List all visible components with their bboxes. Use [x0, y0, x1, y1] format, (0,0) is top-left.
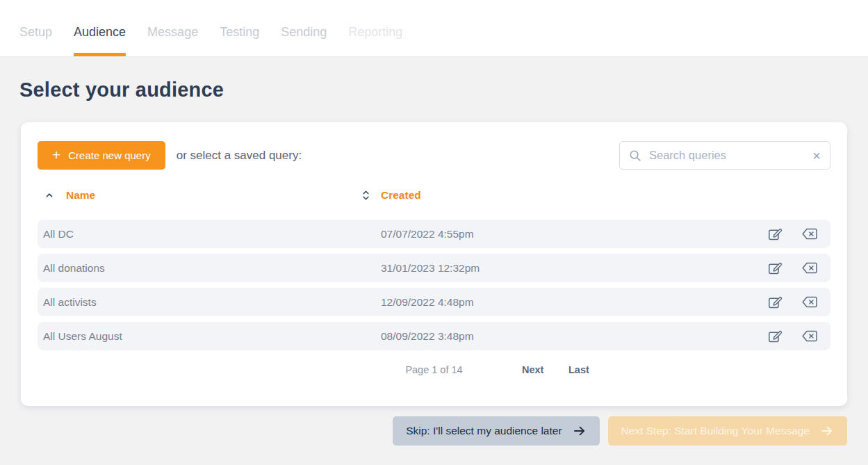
query-row-all-donations[interactable]: All donations 31/01/2023 12:32pm	[38, 254, 830, 282]
delete-query-button[interactable]	[801, 261, 818, 275]
edit-query-button[interactable]	[767, 260, 783, 277]
tab-reporting[interactable]: Reporting	[348, 0, 402, 56]
next-step-button[interactable]: Next Step: Start Building Your Message	[608, 416, 847, 446]
query-list: All DC 07/07/2022 4:55pm	[38, 220, 830, 350]
query-name: All DC	[43, 228, 381, 240]
query-created: 12/09/2022 4:48pm	[381, 296, 474, 309]
edit-pencil-icon	[767, 294, 783, 311]
edit-query-button[interactable]	[767, 328, 783, 345]
backspace-delete-icon	[801, 329, 818, 343]
backspace-delete-icon	[801, 295, 818, 309]
delete-query-button[interactable]	[801, 329, 818, 343]
delete-query-button[interactable]	[801, 227, 818, 241]
pagination-next-link[interactable]: Next	[522, 364, 543, 375]
skip-audience-button[interactable]: Skip: I'll select my audience later	[393, 416, 599, 446]
row-actions	[767, 260, 818, 277]
search-queries-box: ×	[619, 141, 830, 170]
row-actions	[767, 294, 818, 311]
wizard-footer: Skip: I'll select my audience later Next…	[21, 416, 847, 446]
backspace-delete-icon	[801, 227, 818, 241]
edit-query-button[interactable]	[767, 226, 783, 243]
query-created: 07/07/2022 4:55pm	[381, 228, 474, 240]
page-title: Select your audience	[19, 79, 868, 101]
query-row-all-users-august[interactable]: All Users August 08/09/2022 3:48pm	[38, 322, 830, 350]
query-row-all-activists[interactable]: All activists 12/09/2022 4:48pm	[38, 288, 830, 316]
query-created: 31/01/2023 12:32pm	[381, 262, 480, 275]
next-step-label: Next Step: Start Building Your Message	[621, 425, 810, 437]
chevron-up-icon	[44, 190, 54, 200]
query-name: All activists	[43, 296, 381, 309]
clear-search-icon[interactable]: ×	[812, 149, 821, 163]
backspace-delete-icon	[801, 261, 818, 275]
query-row-all-dc[interactable]: All DC 07/07/2022 4:55pm	[38, 220, 830, 248]
or-select-saved-query-text: or select a saved query:	[177, 149, 302, 163]
search-queries-input[interactable]	[648, 148, 806, 163]
tab-sending[interactable]: Sending	[281, 0, 327, 56]
plus-icon: +	[52, 147, 60, 162]
edit-pencil-icon	[767, 260, 783, 277]
edit-pencil-icon	[767, 226, 783, 243]
arrow-right-icon	[573, 424, 587, 438]
saved-queries-card: + Create new query or select a saved que…	[21, 122, 847, 406]
pagination-last-link[interactable]: Last	[568, 364, 589, 375]
pagination: Page 1 of 14 Next Last	[38, 364, 830, 378]
row-actions	[767, 328, 818, 345]
query-name: All Users August	[43, 330, 381, 343]
delete-query-button[interactable]	[801, 295, 818, 309]
query-toolbar: + Create new query or select a saved que…	[38, 141, 830, 170]
edit-query-button[interactable]	[767, 294, 783, 311]
arrow-right-icon	[820, 424, 834, 438]
page-status: Page 1 of 14	[38, 364, 830, 375]
create-new-query-label: Create new query	[68, 149, 150, 161]
column-header-name[interactable]: Name	[38, 189, 361, 202]
tab-bar: Setup Audience Message Testing Sending R…	[0, 0, 868, 57]
table-header: Name Created	[38, 188, 830, 202]
query-name: All donations	[43, 262, 381, 275]
tab-message[interactable]: Message	[147, 0, 198, 56]
edit-pencil-icon	[767, 328, 783, 345]
skip-audience-label: Skip: I'll select my audience later	[406, 425, 562, 437]
row-actions	[767, 226, 818, 243]
tab-audience[interactable]: Audience	[74, 0, 126, 56]
tab-setup[interactable]: Setup	[19, 0, 52, 56]
column-label-name: Name	[66, 189, 95, 202]
column-header-created[interactable]: Created	[361, 189, 421, 202]
tab-testing[interactable]: Testing	[220, 0, 259, 56]
create-new-query-button[interactable]: + Create new query	[38, 141, 165, 170]
query-created: 08/09/2022 3:48pm	[381, 330, 474, 343]
chevron-up-down-icon	[361, 189, 370, 202]
column-label-created: Created	[381, 189, 421, 202]
search-icon	[629, 149, 641, 162]
